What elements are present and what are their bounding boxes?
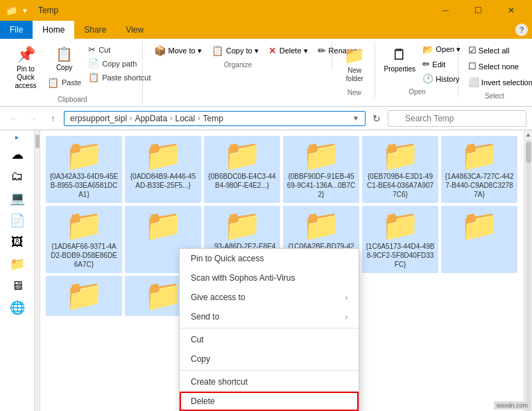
edit-button[interactable]: ✏ Edit	[420, 58, 463, 71]
back-button[interactable]: ←	[6, 110, 22, 127]
list-item[interactable]: 📁 {0EB709B4-E3D1-49C1-BE64-036A7A9077C6}	[362, 136, 438, 203]
list-item[interactable]: 📁 {0BBF90DF-91EB-4569-9C41-136A...0B7C2}	[283, 136, 359, 203]
folder-icon: 📁	[144, 210, 182, 241]
list-item[interactable]: 📁	[441, 206, 517, 273]
folder-icon: 📁	[461, 140, 499, 170]
sidebar-desktop-icon[interactable]: 💻	[8, 189, 27, 208]
ctx-give-access[interactable]: Give access to ›	[180, 288, 359, 307]
folder-icon: 📁	[223, 210, 261, 241]
select-group: ☑ Select all ☐ Select none ⬜ Invert sele…	[460, 42, 529, 101]
breadcrumb-sep1: ›	[130, 114, 132, 122]
scroll-track[interactable]	[526, 139, 531, 411]
new-group: 📁 Newfolder New	[334, 42, 375, 98]
sidebar-docs-icon[interactable]: 📄	[8, 211, 27, 230]
ctx-give-access-label: Give access to	[191, 292, 246, 302]
history-button[interactable]: 🕐 History	[420, 72, 463, 85]
folder-icon: 📁	[381, 210, 420, 241]
list-item[interactable]: 📁 {1A4863CA-727C-4427-B440-C9AD8C32787A}	[441, 136, 517, 203]
copy-label: Copy	[56, 64, 72, 71]
ctx-create-shortcut[interactable]: Create shortcut	[180, 372, 359, 392]
file-name: {0B6BDC0B-E4C3-44B4-980F-E4E2...}	[207, 172, 277, 190]
tab-home[interactable]: Home	[33, 21, 74, 39]
help-icon[interactable]: ?	[515, 24, 528, 36]
delete-icon: ✕	[268, 45, 277, 56]
right-scrollbar[interactable]: ▲ ▼	[524, 130, 532, 411]
edit-icon: ✏	[422, 59, 430, 69]
tab-view[interactable]: View	[116, 21, 153, 39]
select-all-button[interactable]: ☑ Select all	[465, 43, 513, 58]
ctx-delete[interactable]: Delete	[180, 392, 359, 411]
minimize-button[interactable]: ─	[430, 0, 461, 21]
sidebar-this-pc-icon[interactable]: 🖥	[9, 277, 26, 295]
ctx-scan-label: Scan with Sophos Anti-Virus	[191, 273, 295, 283]
new-folder-icon: 📁	[344, 46, 365, 65]
folder-icon: 📁	[302, 140, 341, 170]
title-icon: 📁	[6, 5, 17, 16]
tab-file[interactable]: File	[0, 21, 33, 39]
list-item[interactable]: 📁	[46, 276, 122, 316]
sidebar-network-icon[interactable]: 🌐	[8, 298, 27, 317]
invert-selection-button[interactable]: ⬜ Invert selection	[465, 75, 532, 89]
sidebar-temp-icon[interactable]: 📁	[8, 254, 27, 274]
breadcrumb-dropdown[interactable]: ▼	[352, 114, 359, 122]
sidebar-cloud-icon[interactable]: ☁	[9, 145, 26, 164]
properties-button[interactable]: 🗒 Properties	[382, 43, 417, 76]
paste-shortcut-button[interactable]: 📋 Paste shortcut	[85, 71, 153, 84]
forward-button[interactable]: →	[25, 110, 42, 127]
up-button[interactable]: ↑	[44, 110, 61, 127]
pin-quick-access-button[interactable]: 📌 Pin to Quickaccess	[8, 43, 43, 93]
ctx-copy-label: Copy	[191, 354, 210, 364]
breadcrumb-path4: Temp	[203, 114, 223, 123]
sidebar-folder-icon[interactable]: 🗂	[9, 167, 26, 186]
folder-icon: 📁	[223, 140, 261, 170]
sidebar-expand-icon[interactable]: ►	[13, 133, 22, 142]
list-item[interactable]: 📁 {1C6A5173-44D4-49B8-9CF2-5F8D40FD33FC}	[362, 206, 438, 273]
copy-to-button[interactable]: 📋 Copy to ▾	[207, 43, 263, 58]
file-name: {0BBF90DF-91EB-4569-9C41-136A...0B7C2}	[286, 172, 356, 199]
left-scroll-thumb	[35, 134, 40, 148]
breadcrumb[interactable]: erpsupport_sipl › AppData › Local › Temp…	[64, 111, 366, 126]
folder-icon: 📁	[381, 140, 420, 170]
paste-icon: 📋	[47, 77, 59, 88]
new-folder-label: Newfolder	[346, 67, 363, 83]
open-buttons: 🗒 Properties 📂 Open ▾ ✏ Edit 🕐 History	[382, 42, 452, 87]
copy-button[interactable]: 📋 Copy	[44, 43, 84, 74]
list-item[interactable]: 📁 {1AD6AF66-9371-4AD2-BDB9-D58E86DE6A7C}	[46, 206, 122, 273]
sidebar-bottom-icon[interactable]: ⬡	[11, 407, 24, 411]
close-button[interactable]: ✕	[495, 0, 526, 21]
folder-icon: 📁	[461, 210, 499, 241]
ctx-sep2	[180, 370, 359, 371]
ctx-cut-label: Cut	[191, 335, 204, 344]
watermark: wsxdn.com	[494, 401, 531, 410]
search-input[interactable]	[388, 110, 526, 127]
file-name: {1A4863CA-727C-4427-B440-C9AD8C32787A}	[445, 172, 514, 199]
list-item[interactable]: 📁 {0ADD84B9-A446-45AD-B33E-25F5...}	[125, 136, 201, 203]
select-label: Select	[465, 91, 524, 101]
scroll-handle[interactable]	[526, 142, 531, 163]
tab-share[interactable]: Share	[74, 21, 116, 39]
left-sidebar: ► ☁ 🗂 💻 📄 🖼 📁 🖥 🌐 ⬡	[0, 130, 35, 411]
scroll-up-arrow[interactable]: ▲	[526, 132, 531, 138]
ctx-scan-antivirus[interactable]: Scan with Sophos Anti-Virus	[180, 268, 359, 288]
copy-path-label: Copy path	[102, 60, 137, 68]
ctx-send-to[interactable]: Send to ›	[180, 307, 359, 326]
new-folder-button[interactable]: 📁 Newfolder	[339, 43, 370, 86]
list-item[interactable]: 📁 {0A342A33-64D9-45EB-8955-03EA6581DCA1}	[46, 136, 122, 203]
refresh-button[interactable]: ↻	[368, 110, 385, 127]
list-item[interactable]: 📁 {0B6BDC0B-E4C3-44B4-980F-E4E2...}	[204, 136, 280, 203]
ctx-pin-quick-access[interactable]: Pin to Quick access	[180, 249, 359, 268]
ctx-copy[interactable]: Copy	[180, 349, 359, 369]
clipboard-group: 📌 Pin to Quickaccess 📋 Copy 📋 Paste	[3, 42, 143, 105]
move-to-button[interactable]: 📦 Move to ▾	[150, 43, 206, 58]
context-menu: Pin to Quick access Scan with Sophos Ant…	[179, 248, 359, 411]
delete-button[interactable]: ✕ Delete ▾	[264, 43, 312, 58]
title-text: Temp	[38, 6, 58, 15]
clipboard-label: Clipboard	[8, 94, 137, 105]
select-none-button[interactable]: ☐ Select none	[465, 59, 522, 73]
open-sub-button[interactable]: 📂 Open ▾	[420, 43, 463, 56]
maximize-button[interactable]: ☐	[463, 0, 494, 21]
ctx-cut[interactable]: Cut	[180, 330, 359, 349]
file-name: {0ADD84B9-A446-45AD-B33E-25F5...}	[128, 172, 198, 190]
paste-button[interactable]: 📋 Paste	[44, 76, 84, 89]
sidebar-pics-icon[interactable]: 🖼	[9, 233, 26, 252]
